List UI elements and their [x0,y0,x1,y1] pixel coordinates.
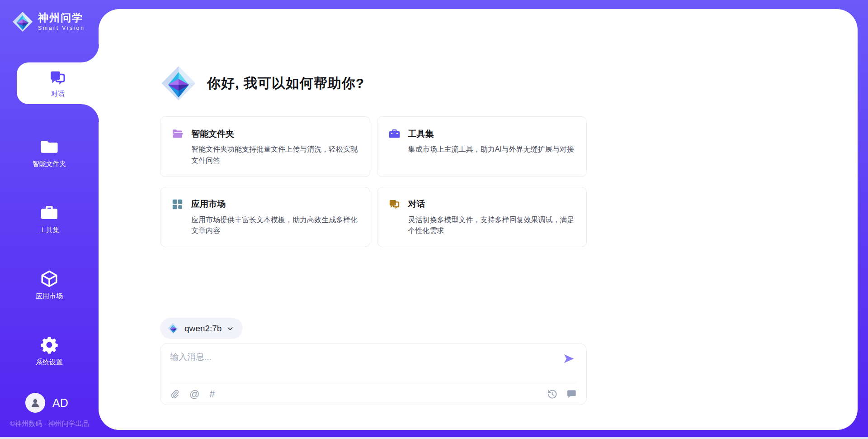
card-description: 智能文件夹功能支持批量文件上传与清洗，轻松实现文件问答 [191,144,359,167]
card-description: 灵活切换多模型文件，支持多样回复效果调试，满足个性化需求 [408,215,576,237]
model-name: qwen2:7b [184,324,222,334]
card-smart-folder[interactable]: 智能文件夹 智能文件夹功能支持批量文件上传与清洗，轻松实现文件问答 [160,116,370,177]
card-title: 应用市场 [191,198,226,210]
avatar[interactable] [25,393,45,413]
user-profile[interactable]: AD [25,393,68,413]
mention-button[interactable]: @ [189,389,199,400]
folder-icon [40,137,59,156]
card-title: 智能文件夹 [191,128,234,140]
sidebar-item-label: 应用市场 [36,292,63,301]
app-grid-icon [171,198,184,210]
person-icon [29,397,41,409]
sidebar-item-label: 智能文件夹 [33,160,66,168]
sidebar-item-settings[interactable]: 系统设置 [0,329,99,372]
cube-icon [40,269,59,288]
chevron-down-icon [226,325,234,332]
composer-divider [170,383,577,383]
greeting-row: 你好, 我可以如何帮助你? [160,65,587,102]
card-description: 应用市场提供丰富长文本模板，助力高效生成多样化文章内容 [191,215,359,237]
app-root: { "app": { "brand_cn": "神州问学", "brand_en… [0,0,868,439]
sidebar-item-smart-folder[interactable]: 智能文件夹 [0,131,99,174]
history-clock-icon [547,389,557,399]
greeting-title: 你好, 我可以如何帮助你? [207,74,364,93]
sidebar-item-toolset[interactable]: 工具集 [0,197,99,240]
model-selector[interactable]: qwen2:7b [160,318,243,339]
user-initials: AD [52,396,68,410]
feature-cards: 智能文件夹 智能文件夹功能支持批量文件上传与清洗，轻松实现文件问答 工具集 集成… [160,116,587,247]
model-diamond-icon [167,322,179,334]
card-app-market[interactable]: 应用市场 应用市场提供丰富长文本模板，助力高效生成多样化文章内容 [160,187,370,248]
card-toolset[interactable]: 工具集 集成市场上主流工具，助力AI与外界无缝扩展与对接 [377,116,587,177]
gear-icon [40,335,59,354]
hash-button[interactable]: # [209,389,215,400]
brand-diamond-icon [12,11,33,33]
message-composer: @ # [160,343,587,405]
toolbox-icon [388,128,401,140]
folder-open-icon [171,128,184,140]
greeting-diamond-icon [160,65,197,102]
paperclip-icon [170,389,179,400]
send-button[interactable] [563,353,575,367]
main-content: 你好, 我可以如何帮助你? 智能文件夹 智能文件夹功能支持批量文件上传与清洗，轻… [160,65,587,405]
sidebar: 神州问学 Smart Vision 对话 智能文件夹 工具集 [0,0,99,439]
brand-name-cn: 神州问学 [38,12,85,24]
message-panel-button[interactable] [566,389,577,399]
sidebar-item-chat[interactable]: 对话 [17,62,99,104]
brand-text: 神州问学 Smart Vision [38,12,85,31]
card-title: 对话 [408,198,425,210]
card-description: 集成市场上主流工具，助力AI与外界无缝扩展与对接 [408,144,576,155]
send-icon [563,353,575,365]
composer-tools-right [547,389,577,399]
chat-bubbles-icon [49,69,67,87]
composer-tools-left: @ # [170,389,215,400]
brand-logo-row: 神州问学 Smart Vision [12,11,85,33]
briefcase-icon [40,203,59,222]
card-title: 工具集 [408,128,434,140]
sidebar-item-app-market[interactable]: 应用市场 [0,263,99,306]
sidebar-item-label: 工具集 [39,226,60,234]
message-bubble-icon [566,389,577,399]
history-button[interactable] [547,389,557,399]
sidebar-item-label: 系统设置 [36,358,63,367]
attach-file-button[interactable] [170,389,179,400]
message-input[interactable] [170,351,555,378]
card-chat[interactable]: 对话 灵活切换多模型文件，支持多样回复效果调试，满足个性化需求 [377,187,587,248]
copyright-text: ©神州数码 · 神州问学出品 [10,420,89,428]
brand-name-en: Smart Vision [38,25,85,31]
sidebar-item-label: 对话 [51,90,65,98]
horizontal-scrollbar-track[interactable] [0,437,868,439]
chat-bubbles-icon [388,198,401,210]
